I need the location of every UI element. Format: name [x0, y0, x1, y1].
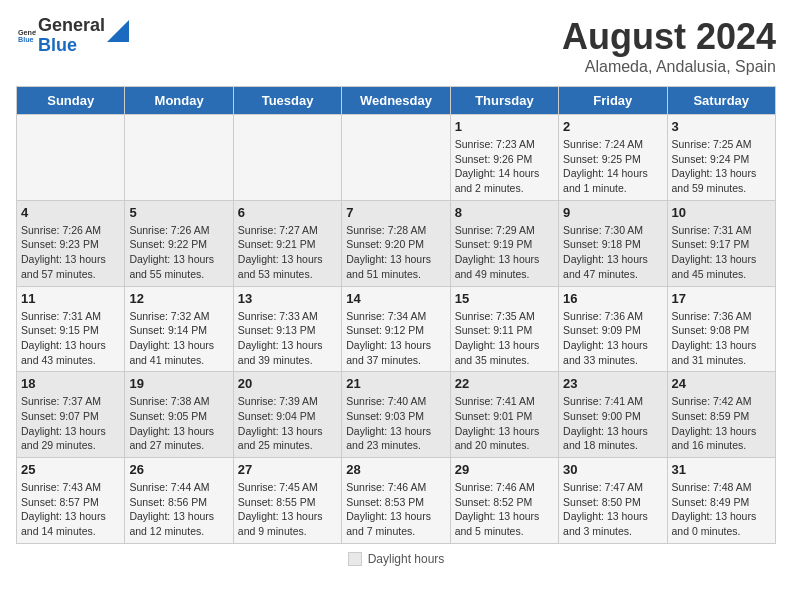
calendar-cell: 11Sunrise: 7:31 AM Sunset: 9:15 PM Dayli… [17, 286, 125, 372]
calendar-cell: 27Sunrise: 7:45 AM Sunset: 8:55 PM Dayli… [233, 458, 341, 544]
day-number: 28 [346, 462, 445, 477]
day-info: Sunrise: 7:38 AM Sunset: 9:05 PM Dayligh… [129, 394, 228, 453]
week-row-2: 4Sunrise: 7:26 AM Sunset: 9:23 PM Daylig… [17, 200, 776, 286]
day-number: 10 [672, 205, 771, 220]
calendar-cell: 3Sunrise: 7:25 AM Sunset: 9:24 PM Daylig… [667, 115, 775, 201]
day-number: 7 [346, 205, 445, 220]
day-number: 26 [129, 462, 228, 477]
days-header-row: SundayMondayTuesdayWednesdayThursdayFrid… [17, 87, 776, 115]
calendar-cell: 2Sunrise: 7:24 AM Sunset: 9:25 PM Daylig… [559, 115, 667, 201]
calendar-cell: 5Sunrise: 7:26 AM Sunset: 9:22 PM Daylig… [125, 200, 233, 286]
day-number: 23 [563, 376, 662, 391]
logo-blue: Blue [38, 36, 105, 56]
footer: Daylight hours [16, 552, 776, 566]
day-info: Sunrise: 7:41 AM Sunset: 9:00 PM Dayligh… [563, 394, 662, 453]
calendar-cell: 24Sunrise: 7:42 AM Sunset: 8:59 PM Dayli… [667, 372, 775, 458]
day-header-monday: Monday [125, 87, 233, 115]
day-info: Sunrise: 7:47 AM Sunset: 8:50 PM Dayligh… [563, 480, 662, 539]
day-header-saturday: Saturday [667, 87, 775, 115]
day-info: Sunrise: 7:42 AM Sunset: 8:59 PM Dayligh… [672, 394, 771, 453]
day-header-wednesday: Wednesday [342, 87, 450, 115]
day-number: 2 [563, 119, 662, 134]
day-info: Sunrise: 7:37 AM Sunset: 9:07 PM Dayligh… [21, 394, 120, 453]
day-info: Sunrise: 7:44 AM Sunset: 8:56 PM Dayligh… [129, 480, 228, 539]
day-number: 27 [238, 462, 337, 477]
legend-label: Daylight hours [368, 552, 445, 566]
day-number: 15 [455, 291, 554, 306]
day-number: 6 [238, 205, 337, 220]
day-info: Sunrise: 7:34 AM Sunset: 9:12 PM Dayligh… [346, 309, 445, 368]
logo-triangle-icon [107, 20, 129, 42]
calendar-cell: 16Sunrise: 7:36 AM Sunset: 9:09 PM Dayli… [559, 286, 667, 372]
day-info: Sunrise: 7:31 AM Sunset: 9:17 PM Dayligh… [672, 223, 771, 282]
calendar-cell: 22Sunrise: 7:41 AM Sunset: 9:01 PM Dayli… [450, 372, 558, 458]
calendar-cell: 10Sunrise: 7:31 AM Sunset: 9:17 PM Dayli… [667, 200, 775, 286]
day-number: 29 [455, 462, 554, 477]
day-number: 31 [672, 462, 771, 477]
calendar-cell: 13Sunrise: 7:33 AM Sunset: 9:13 PM Dayli… [233, 286, 341, 372]
day-number: 17 [672, 291, 771, 306]
day-number: 9 [563, 205, 662, 220]
calendar-cell: 1Sunrise: 7:23 AM Sunset: 9:26 PM Daylig… [450, 115, 558, 201]
day-info: Sunrise: 7:28 AM Sunset: 9:20 PM Dayligh… [346, 223, 445, 282]
day-info: Sunrise: 7:25 AM Sunset: 9:24 PM Dayligh… [672, 137, 771, 196]
calendar-cell: 30Sunrise: 7:47 AM Sunset: 8:50 PM Dayli… [559, 458, 667, 544]
day-number: 30 [563, 462, 662, 477]
day-number: 11 [21, 291, 120, 306]
day-info: Sunrise: 7:26 AM Sunset: 9:22 PM Dayligh… [129, 223, 228, 282]
calendar-cell [125, 115, 233, 201]
day-number: 16 [563, 291, 662, 306]
day-number: 3 [672, 119, 771, 134]
calendar-cell: 14Sunrise: 7:34 AM Sunset: 9:12 PM Dayli… [342, 286, 450, 372]
day-info: Sunrise: 7:36 AM Sunset: 9:09 PM Dayligh… [563, 309, 662, 368]
header: General Blue General Blue August 2024 Al… [16, 16, 776, 76]
calendar-cell: 23Sunrise: 7:41 AM Sunset: 9:00 PM Dayli… [559, 372, 667, 458]
day-info: Sunrise: 7:46 AM Sunset: 8:52 PM Dayligh… [455, 480, 554, 539]
logo-icon: General Blue [18, 27, 36, 45]
logo-general: General [38, 16, 105, 36]
day-number: 14 [346, 291, 445, 306]
day-info: Sunrise: 7:43 AM Sunset: 8:57 PM Dayligh… [21, 480, 120, 539]
week-row-1: 1Sunrise: 7:23 AM Sunset: 9:26 PM Daylig… [17, 115, 776, 201]
day-info: Sunrise: 7:46 AM Sunset: 8:53 PM Dayligh… [346, 480, 445, 539]
day-info: Sunrise: 7:33 AM Sunset: 9:13 PM Dayligh… [238, 309, 337, 368]
title-area: August 2024 Alameda, Andalusia, Spain [562, 16, 776, 76]
calendar-table: SundayMondayTuesdayWednesdayThursdayFrid… [16, 86, 776, 544]
day-header-tuesday: Tuesday [233, 87, 341, 115]
day-info: Sunrise: 7:24 AM Sunset: 9:25 PM Dayligh… [563, 137, 662, 196]
day-info: Sunrise: 7:35 AM Sunset: 9:11 PM Dayligh… [455, 309, 554, 368]
day-info: Sunrise: 7:45 AM Sunset: 8:55 PM Dayligh… [238, 480, 337, 539]
day-number: 25 [21, 462, 120, 477]
day-number: 4 [21, 205, 120, 220]
day-number: 12 [129, 291, 228, 306]
day-info: Sunrise: 7:41 AM Sunset: 9:01 PM Dayligh… [455, 394, 554, 453]
calendar-cell: 4Sunrise: 7:26 AM Sunset: 9:23 PM Daylig… [17, 200, 125, 286]
week-row-3: 11Sunrise: 7:31 AM Sunset: 9:15 PM Dayli… [17, 286, 776, 372]
day-header-sunday: Sunday [17, 87, 125, 115]
calendar-cell: 21Sunrise: 7:40 AM Sunset: 9:03 PM Dayli… [342, 372, 450, 458]
day-header-thursday: Thursday [450, 87, 558, 115]
calendar-cell: 26Sunrise: 7:44 AM Sunset: 8:56 PM Dayli… [125, 458, 233, 544]
week-row-4: 18Sunrise: 7:37 AM Sunset: 9:07 PM Dayli… [17, 372, 776, 458]
day-info: Sunrise: 7:36 AM Sunset: 9:08 PM Dayligh… [672, 309, 771, 368]
calendar-cell: 20Sunrise: 7:39 AM Sunset: 9:04 PM Dayli… [233, 372, 341, 458]
day-number: 24 [672, 376, 771, 391]
logo: General Blue General Blue [16, 16, 129, 56]
calendar-cell: 31Sunrise: 7:48 AM Sunset: 8:49 PM Dayli… [667, 458, 775, 544]
calendar-subtitle: Alameda, Andalusia, Spain [562, 58, 776, 76]
day-number: 8 [455, 205, 554, 220]
day-number: 13 [238, 291, 337, 306]
calendar-cell [17, 115, 125, 201]
day-number: 19 [129, 376, 228, 391]
day-info: Sunrise: 7:26 AM Sunset: 9:23 PM Dayligh… [21, 223, 120, 282]
day-number: 1 [455, 119, 554, 134]
day-number: 5 [129, 205, 228, 220]
day-number: 21 [346, 376, 445, 391]
calendar-cell: 7Sunrise: 7:28 AM Sunset: 9:20 PM Daylig… [342, 200, 450, 286]
legend-box [348, 552, 362, 566]
day-info: Sunrise: 7:27 AM Sunset: 9:21 PM Dayligh… [238, 223, 337, 282]
calendar-cell: 19Sunrise: 7:38 AM Sunset: 9:05 PM Dayli… [125, 372, 233, 458]
day-info: Sunrise: 7:48 AM Sunset: 8:49 PM Dayligh… [672, 480, 771, 539]
calendar-cell: 6Sunrise: 7:27 AM Sunset: 9:21 PM Daylig… [233, 200, 341, 286]
calendar-cell: 15Sunrise: 7:35 AM Sunset: 9:11 PM Dayli… [450, 286, 558, 372]
